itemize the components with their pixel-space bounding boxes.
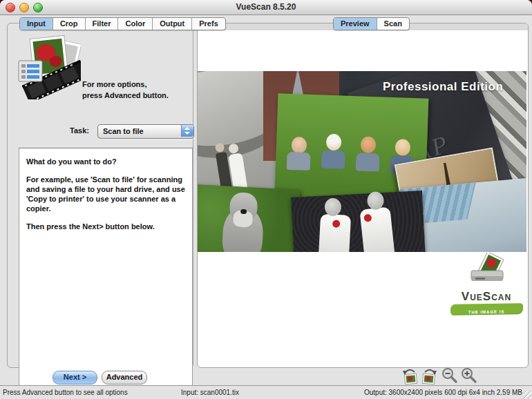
description-box: What do you want to do? For example, use…	[19, 148, 193, 390]
tab-filter[interactable]: Filter	[86, 18, 119, 30]
task-label: Task:	[70, 126, 89, 135]
description-paragraph: What do you want to do?	[26, 157, 185, 166]
tab-color[interactable]: Color	[118, 18, 153, 30]
settings-tab-bar: Input Crop Filter Color Output Prefs	[19, 17, 226, 30]
tab-crop[interactable]: Crop	[53, 18, 86, 30]
status-hint: Press Advanced button to see all options	[3, 389, 128, 396]
edition-label: Professional Edition	[383, 80, 524, 94]
options-panel: For more options, press Advanced button.…	[7, 23, 193, 368]
chevron-up-down-icon	[181, 125, 193, 137]
logo-name: VueScan	[448, 290, 525, 304]
task-dropdown-value: Scan to file	[103, 127, 144, 135]
zoom-out-icon[interactable]	[441, 367, 459, 385]
window-title: VueScan 8.5.20	[0, 2, 532, 12]
tab-scan[interactable]: Scan	[377, 18, 409, 30]
zoom-in-icon[interactable]	[460, 367, 478, 385]
status-output-info: Output: 3600x2400 pixels 600 dpi 6x4 inc…	[364, 389, 522, 396]
tab-preview[interactable]: Preview	[334, 18, 377, 30]
tab-input[interactable]: Input	[20, 18, 53, 30]
tab-output[interactable]: Output	[153, 18, 192, 30]
rotate-left-icon[interactable]	[401, 367, 419, 385]
preview-tab-bar: Preview Scan	[333, 17, 410, 30]
collage-boys-photo	[291, 191, 426, 252]
advanced-button[interactable]: Advanced	[102, 371, 147, 385]
status-bar: Press Advanced button to see all options…	[0, 385, 532, 399]
vuescan-scanner-logo-icon	[466, 253, 507, 289]
description-paragraph: Then press the Next> button below.	[26, 222, 185, 231]
tab-prefs[interactable]: Prefs	[192, 18, 225, 30]
next-button[interactable]: Next >	[53, 371, 97, 385]
vuescan-window: VueScan 8.5.20 Input Crop Filter Color O…	[0, 0, 532, 399]
vuescan-logo: VueScan THE IMAGE IS EVERYTHING	[448, 253, 525, 323]
resize-grip[interactable]	[523, 391, 532, 399]
task-row: Task: Scan to file	[8, 124, 200, 138]
task-dropdown[interactable]: Scan to file	[97, 124, 194, 139]
preview-splash-image[interactable]: SNAP Professional Edition	[198, 71, 526, 252]
collage-dog-photo	[198, 184, 300, 252]
status-input-file: Input: scan0001.tix	[181, 389, 239, 396]
description-paragraph: For example, use 'Scan to file' for scan…	[26, 175, 185, 213]
logo-tagline-brush: THE IMAGE IS EVERYTHING	[450, 303, 522, 315]
hint-text: For more options, press Advanced button.	[82, 79, 169, 101]
rotate-right-icon[interactable]	[421, 367, 439, 385]
scan-sources-icon	[17, 33, 81, 99]
logo-tagline: THE IMAGE IS EVERYTHING	[468, 310, 505, 329]
title-bar[interactable]: VueScan 8.5.20	[0, 0, 532, 15]
